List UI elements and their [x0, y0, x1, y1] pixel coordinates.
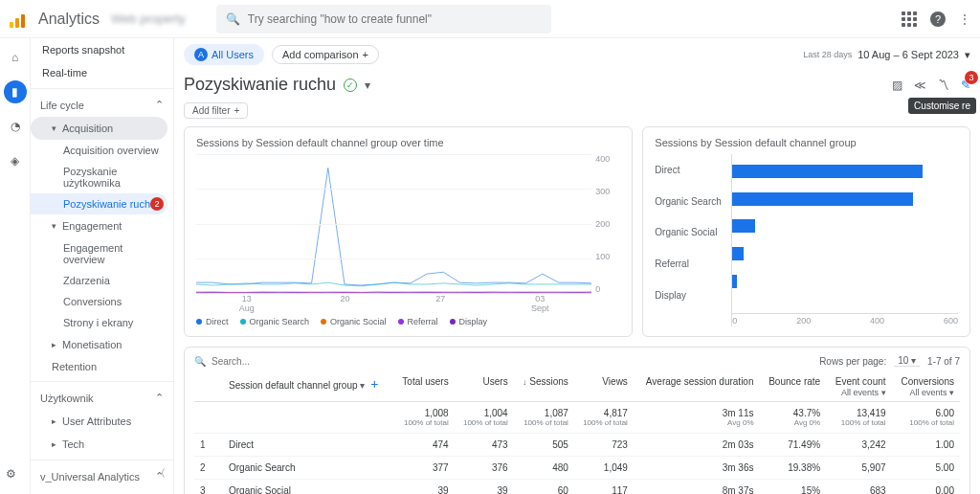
sidebar-reports-snapshot[interactable]: Reports snapshot: [31, 38, 173, 61]
nav-rail: ⌂ ▮ ◔ ◈ ⚙: [0, 38, 31, 494]
sidebar-section-lifecycle[interactable]: Life cycle ⌃ 1: [31, 93, 173, 117]
chart-title: Sessions by Session default channel grou…: [655, 137, 958, 148]
sidebar-acq-user[interactable]: Pozyskanie użytkownika: [31, 161, 173, 193]
share-icon[interactable]: ≪: [914, 79, 926, 92]
collapse-sidebar-icon[interactable]: 〈: [155, 466, 166, 481]
sidebar-section-user[interactable]: Użytkownik⌃: [31, 386, 173, 410]
sidebar-eng-pages[interactable]: Strony i ekrany: [31, 312, 173, 333]
sidebar-acq-overview[interactable]: Acquisition overview: [31, 140, 173, 161]
rail-ads-icon[interactable]: ◈: [4, 149, 27, 172]
insights-icon[interactable]: ▨: [892, 79, 902, 92]
sidebar-eng-overview[interactable]: Engagement overview: [31, 237, 173, 270]
bar-chart[interactable]: DirectOrganic SearchOrganic SocialReferr…: [655, 154, 958, 326]
product-name: Analytics: [38, 11, 100, 28]
bar-label: Display: [655, 290, 731, 301]
add-comparison-button[interactable]: Add comparison +: [272, 45, 379, 64]
table-search-input[interactable]: [212, 356, 333, 367]
sidebar-section-label: v_Universal Analytics: [40, 471, 140, 483]
page-title: Pozyskiwanie ruchu: [184, 75, 336, 95]
bar[interactable]: [732, 192, 913, 206]
data-table-card: 🔍 Rows per page: 10 ▾ 1-7 of 7 Session d…: [184, 347, 970, 494]
search-input[interactable]: [248, 12, 542, 26]
chart-legend: DirectOrganic SearchOrganic SocialReferr…: [196, 317, 620, 326]
segment-avatar-icon: A: [194, 48, 208, 61]
reports-sidebar: Reports snapshot Real-time Life cycle ⌃ …: [31, 38, 174, 494]
bar-label: Organic Search: [655, 196, 731, 207]
search-icon: 🔍: [194, 356, 206, 367]
sidebar-engagement[interactable]: Engagement: [31, 214, 173, 237]
rail-explore-icon[interactable]: ◔: [4, 115, 27, 138]
table-row[interactable]: 1Direct4744735057232m 03s71.49%3,2421.00: [194, 434, 960, 457]
bar-chart-card: Sessions by Session default channel grou…: [642, 126, 970, 337]
line-chart[interactable]: 4003002001000 13Aug202703Sept: [196, 154, 620, 313]
chevron-down-icon[interactable]: ▾: [365, 79, 370, 92]
callout-badge-3: 3: [965, 71, 978, 84]
plus-icon: +: [234, 105, 239, 116]
table-row[interactable]: 2Organic Search3773764801,0493m 36s19.38…: [194, 457, 960, 480]
bar-label: Referral: [655, 258, 731, 269]
chevron-down-icon: ▾: [965, 49, 970, 61]
sidebar-monetisation[interactable]: Monetisation: [31, 333, 173, 356]
rail-reports-icon[interactable]: ▮: [4, 80, 27, 103]
sidebar-section-ua[interactable]: v_Universal Analytics⌃: [31, 464, 173, 488]
help-icon[interactable]: ?: [930, 11, 946, 27]
table-row[interactable]: 3Organic Social3939601178m 37s15%6830.00: [194, 480, 960, 495]
chart-title: Sessions by Session default channel grou…: [196, 137, 620, 148]
bar[interactable]: [732, 219, 755, 233]
sidebar-acquisition[interactable]: Acquisition: [31, 117, 167, 140]
sidebar-tech[interactable]: Tech: [31, 433, 173, 456]
pagination-range: 1-7 of 7: [927, 356, 960, 367]
plus-icon: +: [363, 49, 368, 60]
sidebar-section-label: Użytkownik: [40, 393, 94, 404]
chevron-up-icon: ⌃: [155, 392, 164, 404]
button-label: Add comparison: [282, 49, 359, 60]
chevron-up-icon: ⌃: [155, 99, 164, 111]
main-content: A All Users Add comparison + Last 28 day…: [174, 38, 980, 494]
callout-badge-2: 2: [150, 197, 164, 211]
rows-per-page-select[interactable]: 10 ▾: [894, 355, 920, 367]
bar[interactable]: [732, 165, 922, 178]
sidebar-acq-traffic[interactable]: Pozyskiwanie ruchu 2: [31, 193, 167, 214]
bar-label: Direct: [655, 165, 731, 175]
sidebar-user-attributes[interactable]: User Attributes: [31, 410, 173, 433]
sidebar-eng-conversions[interactable]: Conversions: [31, 291, 173, 312]
button-label: Add filter: [192, 105, 230, 116]
sidebar-audience-ua[interactable]: Audience (UA): [31, 488, 173, 494]
sidebar-realtime[interactable]: Real-time: [31, 61, 173, 84]
trend-icon[interactable]: 〽: [938, 79, 949, 92]
apps-icon[interactable]: [902, 11, 917, 27]
verified-icon: ✓: [344, 79, 357, 92]
sidebar-section-label: Life cycle: [40, 100, 84, 111]
bar[interactable]: [732, 275, 737, 288]
data-table: Session default channel group ▾+Total us…: [194, 372, 960, 494]
sidebar-retention[interactable]: Retention: [31, 356, 173, 377]
line-chart-card: Sessions by Session default channel grou…: [184, 126, 633, 337]
bar-label: Organic Social: [655, 227, 731, 237]
segment-all-users[interactable]: A All Users: [184, 44, 264, 65]
more-icon[interactable]: ⋮: [959, 12, 970, 26]
add-filter-button[interactable]: Add filter +: [184, 102, 248, 119]
customise-tooltip: Customise re: [908, 98, 976, 114]
global-search[interactable]: 🔍: [216, 5, 551, 34]
sidebar-eng-events[interactable]: Zdarzenia: [31, 270, 173, 291]
date-range-picker[interactable]: Last 28 days 10 Aug – 6 Sept 2023 ▾: [803, 49, 970, 61]
topbar: Analytics Web property 🔍 ? ⋮: [0, 0, 980, 38]
table-search[interactable]: 🔍: [194, 356, 333, 367]
rows-per-page-label: Rows per page:: [819, 356, 886, 367]
segment-label: All Users: [212, 49, 254, 60]
date-range-value: 10 Aug – 6 Sept 2023: [858, 49, 959, 60]
add-dimension-icon[interactable]: +: [370, 376, 378, 392]
search-icon: 🔍: [226, 12, 240, 26]
rail-home-icon[interactable]: ⌂: [4, 46, 27, 69]
sidebar-item-label: Pozyskiwanie ruchu: [63, 198, 156, 210]
dimension-header: Session default channel group: [229, 380, 358, 391]
property-name[interactable]: Web property: [111, 11, 186, 26]
bar[interactable]: [732, 247, 744, 260]
date-range-label: Last 28 days: [803, 50, 852, 59]
ga-logo-icon: [10, 11, 27, 28]
settings-icon[interactable]: ⚙: [6, 467, 16, 481]
